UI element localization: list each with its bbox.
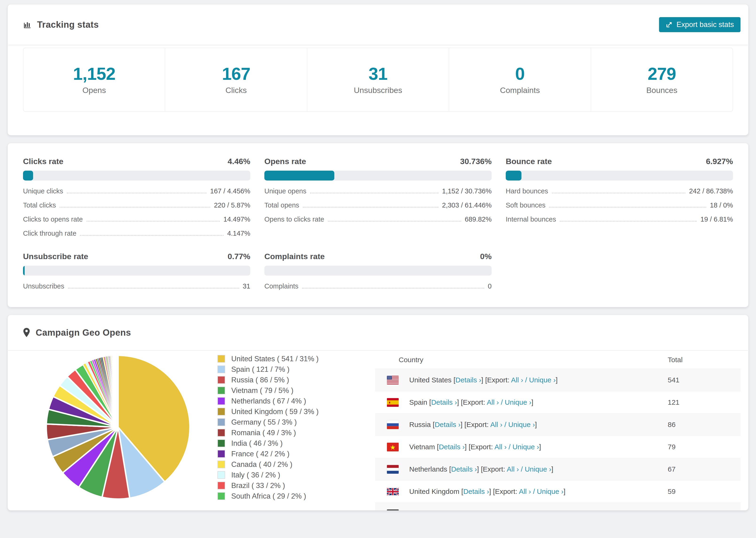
slash-separator: /	[507, 443, 513, 451]
bracket-text: ]	[539, 443, 541, 451]
dotted-leader	[68, 288, 239, 289]
export-all-link[interactable]: All ›	[507, 465, 519, 473]
legend-swatch	[217, 387, 225, 394]
summary-box-bounces: 279Bounces	[591, 48, 732, 111]
legend-label: Vietnam ( 79 / 5% )	[231, 386, 294, 395]
rate-value: 0.77%	[228, 252, 250, 261]
details-link[interactable]: Details ›	[442, 510, 468, 510]
details-link[interactable]: Details ›	[451, 465, 477, 473]
legend-item-south-africa[interactable]: South Africa ( 29 / 2% )	[217, 491, 375, 501]
legend-item-vietnam[interactable]: Vietnam ( 79 / 5% )	[217, 385, 375, 396]
rate-stat-row: Click through rate4.147%	[23, 229, 250, 237]
stat-value: 2,303 / 61.446%	[442, 201, 492, 209]
legend-swatch	[217, 365, 225, 373]
stat-value: 0	[488, 282, 492, 290]
legend-label: Romania ( 49 / 3% )	[231, 429, 296, 437]
export-all-link[interactable]: All ›	[490, 421, 503, 428]
stat-value: 689.82%	[465, 215, 492, 223]
legend-swatch	[217, 397, 225, 405]
legend-label: Netherlands ( 67 / 4% )	[231, 397, 306, 405]
legend-item-india[interactable]: India ( 46 / 3% )	[217, 438, 375, 449]
export-all-link[interactable]: All ›	[498, 510, 510, 510]
legend-swatch	[217, 439, 225, 447]
summary-box-complaints: 0Complaints	[449, 48, 591, 111]
export-all-link[interactable]: All ›	[519, 488, 531, 495]
legend-label: France ( 42 / 2% )	[231, 450, 290, 458]
country-links: Netherlands [Details ›] [Export: All › /…	[409, 465, 553, 473]
total-cell: 541	[668, 376, 740, 384]
legend-item-united-kingdom[interactable]: United Kingdom ( 59 / 3% )	[217, 406, 375, 417]
legend-swatch	[217, 460, 225, 468]
stat-value: 31	[243, 282, 250, 290]
details-link[interactable]: Details ›	[435, 421, 460, 428]
export-all-link[interactable]: All ›	[511, 376, 523, 384]
rate-header: Clicks rate4.46%	[23, 157, 250, 166]
summary-label: Bounces	[591, 86, 732, 95]
legend-label: Spain ( 121 / 7% )	[231, 365, 290, 374]
stat-label: Soft bounces	[506, 201, 545, 209]
legend-item-brazil[interactable]: Brazil ( 33 / 2% )	[217, 480, 375, 491]
country-cell: United States [Details ›] [Export: All ›…	[375, 376, 668, 385]
details-link[interactable]: Details ›	[463, 488, 489, 495]
nl-flag-icon	[387, 465, 399, 474]
country-links: United States [Details ›] [Export: All ›…	[409, 376, 558, 384]
slash-separator: /	[499, 398, 505, 406]
summary-label: Opens	[24, 86, 165, 95]
progress-bar-fill	[23, 171, 33, 181]
slash-separator: /	[523, 376, 529, 384]
slash-separator: /	[519, 465, 525, 473]
export-unique-link[interactable]: Unique ›	[508, 421, 535, 428]
country-cell: Spain [Details ›] [Export: All › / Uniqu…	[375, 398, 668, 407]
stat-value: 220 / 5.87%	[214, 201, 250, 209]
dotted-leader	[328, 221, 461, 222]
details-link[interactable]: Details ›	[439, 443, 465, 451]
legend-item-romania[interactable]: Romania ( 49 / 3% )	[217, 427, 375, 438]
table-row-es: Spain [Details ›] [Export: All › / Uniqu…	[375, 391, 740, 413]
summary-stats-row: 1,152Opens167Clicks31Unsubscribes0Compla…	[23, 48, 733, 112]
legend-item-france[interactable]: France ( 42 / 2% )	[217, 449, 375, 459]
export-unique-link[interactable]: Unique ›	[537, 488, 564, 495]
bracket-text: ] [Export:	[481, 376, 511, 384]
legend-swatch	[217, 450, 225, 458]
tracking-stats-card: Tracking stats Export basic stats 1,152O…	[8, 4, 748, 135]
stat-label: Clicks to opens rate	[23, 215, 83, 223]
legend-item-canada[interactable]: Canada ( 40 / 2% )	[217, 459, 375, 470]
stat-value: 19 / 6.81%	[700, 215, 733, 223]
details-link[interactable]: Details ›	[456, 376, 481, 384]
country-name: Netherlands [	[409, 465, 451, 473]
export-unique-link[interactable]: Unique ›	[505, 398, 531, 406]
rate-value: 0%	[480, 252, 492, 261]
export-unique-link[interactable]: Unique ›	[525, 465, 551, 473]
legend-item-spain[interactable]: Spain ( 121 / 7% )	[217, 364, 375, 375]
export-icon	[666, 21, 673, 28]
rate-header: Unsubscribe rate0.77%	[23, 252, 250, 261]
legend-swatch	[217, 355, 225, 363]
progress-bar-track	[264, 171, 492, 181]
export-unique-link[interactable]: Unique ›	[529, 376, 556, 384]
progress-bar-track	[506, 171, 733, 181]
legend-swatch	[217, 492, 225, 500]
export-unique-link[interactable]: Unique ›	[513, 443, 539, 451]
legend-item-netherlands[interactable]: Netherlands ( 67 / 4% )	[217, 396, 375, 406]
slash-separator: /	[531, 488, 537, 495]
bracket-text: ]	[531, 398, 533, 406]
us-flag-icon	[387, 376, 399, 385]
export-all-link[interactable]: All ›	[487, 398, 499, 406]
country-links: Russia [Details ›] [Export: All › / Uniq…	[409, 421, 537, 429]
export-unique-link[interactable]: Unique ›	[516, 510, 542, 510]
rate-block-clicks-rate: Clicks rate4.46%Unique clicks167 / 4.456…	[23, 157, 250, 237]
legend-item-italy[interactable]: Italy ( 36 / 2% )	[217, 470, 375, 480]
dotted-leader	[67, 193, 206, 193]
legend-item-germany[interactable]: Germany ( 55 / 3% )	[217, 417, 375, 427]
dotted-leader	[552, 193, 685, 193]
bracket-text: ] [Export:	[477, 465, 507, 473]
details-link[interactable]: Details ›	[431, 398, 457, 406]
stat-label: Complaints	[264, 282, 298, 290]
rate-title: Clicks rate	[23, 157, 63, 166]
legend-item-united-states[interactable]: United States ( 541 / 31% )	[217, 353, 375, 364]
legend-item-russia[interactable]: Russia ( 86 / 5% )	[217, 375, 375, 385]
export-basic-stats-button[interactable]: Export basic stats	[659, 17, 740, 32]
rate-stat-row: Unique clicks167 / 4.456%	[23, 187, 250, 195]
export-all-link[interactable]: All ›	[495, 443, 507, 451]
legend-swatch	[217, 408, 225, 415]
